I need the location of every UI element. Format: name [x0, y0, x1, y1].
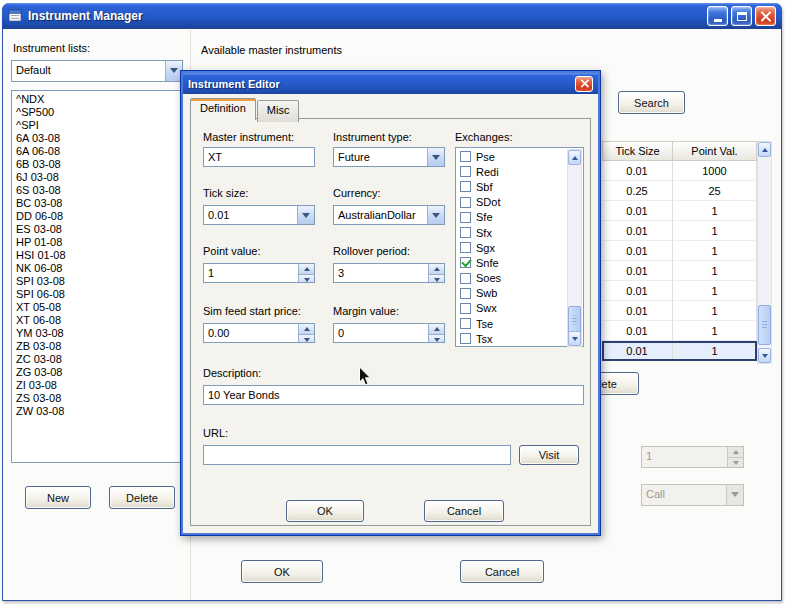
spin-up-icon[interactable]	[299, 264, 314, 274]
table-row[interactable]: 0.01 1	[602, 261, 757, 281]
instrument-listbox[interactable]: ^NDX ^SP500 ^SPI 6A 03-08 6A 06-08 6B 03…	[11, 90, 183, 463]
instrument-list-item[interactable]: NK 06-08	[12, 262, 182, 275]
new-button[interactable]: New	[25, 486, 91, 509]
exchange-option[interactable]: Sfe	[457, 210, 566, 225]
scroll-up-icon[interactable]	[568, 150, 581, 165]
checkbox-icon[interactable]	[460, 227, 471, 238]
checkbox-icon[interactable]	[460, 333, 471, 344]
table-row[interactable]: 0.01 1	[602, 301, 757, 321]
spin-down-icon[interactable]	[429, 274, 444, 283]
exchange-option[interactable]: Tsx	[457, 331, 566, 345]
instrument-list-item[interactable]: ZG 03-08	[12, 366, 182, 379]
chevron-down-icon[interactable]	[427, 148, 444, 166]
dialog-titlebar[interactable]: Instrument Editor	[183, 73, 598, 94]
minimize-button[interactable]	[707, 6, 728, 26]
description-field[interactable]	[203, 385, 584, 405]
checkbox-icon[interactable]	[460, 288, 471, 299]
checkbox-icon[interactable]	[460, 197, 471, 208]
spin-down-icon[interactable]	[299, 334, 314, 343]
instrument-list-item[interactable]: ^NDX	[12, 93, 182, 106]
exchange-option[interactable]: Soes	[457, 271, 566, 286]
instrument-list-item[interactable]: 6A 03-08	[12, 132, 182, 145]
instrument-list-item[interactable]: ^SP500	[12, 106, 182, 119]
exchange-option[interactable]: SDot	[457, 195, 566, 210]
table-row[interactable]: 0.01 1	[602, 201, 757, 221]
url-field[interactable]	[203, 445, 511, 465]
scroll-down-icon[interactable]	[568, 331, 581, 346]
checkbox-icon[interactable]	[460, 151, 471, 162]
tick-size-combo[interactable]: 0.01	[203, 205, 315, 225]
editor-tab[interactable]: Definition	[190, 98, 256, 120]
instrument-list-item[interactable]: ZW 03-08	[12, 405, 182, 418]
chevron-down-icon[interactable]	[297, 206, 314, 224]
table-scrollbar[interactable]	[757, 141, 772, 364]
checkbox-icon[interactable]	[460, 181, 471, 192]
instrument-list-item[interactable]: ZS 03-08	[12, 392, 182, 405]
main-cancel-button[interactable]: Cancel	[460, 560, 544, 583]
exchange-option[interactable]: Snfe	[457, 255, 566, 270]
instrument-type-combo[interactable]: Future	[333, 147, 445, 167]
spin-up-icon[interactable]	[429, 264, 444, 274]
chevron-down-icon[interactable]	[427, 206, 444, 224]
instrument-list-item[interactable]: SPI 03-08	[12, 275, 182, 288]
spin-up-icon[interactable]	[429, 324, 444, 334]
instrument-list-item[interactable]: ZI 03-08	[12, 379, 182, 392]
scroll-up-icon[interactable]	[758, 142, 771, 157]
visit-button[interactable]: Visit	[519, 445, 579, 465]
scrollbar-thumb[interactable]	[758, 305, 771, 345]
instrument-list-item[interactable]: ZB 03-08	[12, 340, 182, 353]
exchanges-scrollbar[interactable]	[567, 149, 582, 347]
table-row[interactable]: 0.25 25	[602, 181, 757, 201]
dialog-close-button[interactable]	[575, 76, 593, 92]
instrument-list-item[interactable]: 6S 03-08	[12, 184, 182, 197]
table-row[interactable]: 0.01 1	[602, 241, 757, 261]
currency-combo[interactable]: AustralianDollar	[333, 205, 445, 225]
window-titlebar[interactable]: Instrument Manager	[2, 3, 782, 29]
sim-feed-start-price-spinner[interactable]: 0.00	[203, 323, 315, 343]
instrument-list-item[interactable]: HP 01-08	[12, 236, 182, 249]
checkbox-icon[interactable]	[460, 166, 471, 177]
exchange-option[interactable]: Tse	[457, 316, 566, 331]
instrument-list-item[interactable]: 6A 06-08	[12, 145, 182, 158]
exchange-option[interactable]: Sbf	[457, 179, 566, 194]
table-row[interactable]: 0.01 1	[602, 321, 757, 341]
main-ok-button[interactable]: OK	[241, 560, 323, 583]
instrument-list-item[interactable]: ES 03-08	[12, 223, 182, 236]
exchange-option[interactable]: Sfx	[457, 225, 566, 240]
dialog-ok-button[interactable]: OK	[286, 500, 364, 522]
delete-list-button[interactable]: Delete	[109, 486, 175, 509]
spin-down-icon[interactable]	[429, 334, 444, 343]
scroll-down-icon[interactable]	[758, 348, 771, 363]
instrument-list-item[interactable]: YM 03-08	[12, 327, 182, 340]
table-row[interactable]: 0.01 1	[602, 221, 757, 241]
exchange-option[interactable]: Swx	[457, 301, 566, 316]
checkbox-icon[interactable]	[460, 242, 471, 253]
instrument-list-item[interactable]: 6B 03-08	[12, 158, 182, 171]
exchange-option[interactable]: Sgx	[457, 240, 566, 255]
column-header-point-val[interactable]: Point Val.	[673, 141, 757, 161]
checkbox-icon[interactable]	[460, 318, 471, 329]
exchange-option[interactable]: Pse	[457, 149, 566, 164]
checkbox-icon[interactable]	[460, 273, 471, 284]
table-row[interactable]: 0.01 1	[602, 281, 757, 301]
checkbox-icon[interactable]	[460, 212, 471, 223]
instrument-list-item[interactable]: HSI 01-08	[12, 249, 182, 262]
instrument-list-item[interactable]: 6J 03-08	[12, 171, 182, 184]
instrument-list-item[interactable]: ZC 03-08	[12, 353, 182, 366]
close-button[interactable]	[755, 6, 776, 26]
point-value-spinner[interactable]: 1	[203, 263, 315, 283]
instrument-list-item[interactable]: DD 06-08	[12, 210, 182, 223]
instrument-list-item[interactable]: XT 06-08	[12, 314, 182, 327]
scrollbar-thumb[interactable]	[568, 306, 581, 333]
table-row[interactable]: 0.01 1000	[602, 161, 757, 181]
master-instrument-field[interactable]	[203, 147, 315, 167]
maximize-button[interactable]	[731, 6, 752, 26]
instrument-list-item[interactable]: ^SPI	[12, 119, 182, 132]
rollover-period-spinner[interactable]: 3	[333, 263, 445, 283]
dialog-cancel-button[interactable]: Cancel	[424, 500, 504, 522]
instrument-list-item[interactable]: SPI 06-08	[12, 288, 182, 301]
spin-up-icon[interactable]	[299, 324, 314, 334]
checkbox-icon[interactable]	[460, 257, 471, 268]
margin-value-spinner[interactable]: 0	[333, 323, 445, 343]
checkbox-icon[interactable]	[460, 303, 471, 314]
